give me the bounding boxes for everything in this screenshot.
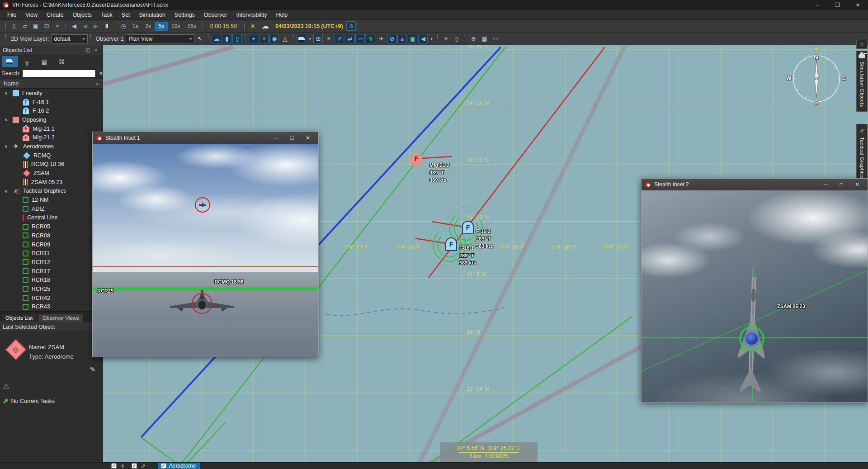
snap-grid-icon[interactable]: ▦: [479, 34, 489, 44]
view-layer-select[interactable]: default ▾: [52, 34, 88, 43]
expand-chevron-icon[interactable]: ∨: [5, 90, 12, 95]
menu-set[interactable]: Set: [117, 10, 135, 19]
checkbox-icon[interactable]: ✓: [111, 463, 117, 469]
pause-icon[interactable]: Ⅱ: [102, 21, 112, 31]
stealth-inset-2-titlebar[interactable]: Stealth Inset 2 ─ □ ✕: [642, 179, 868, 190]
entity-dropdown-icon[interactable]: ▾: [307, 34, 312, 44]
battery-detail-icon[interactable]: ▯: [232, 34, 242, 43]
environment-panel-icon[interactable]: ☃: [346, 21, 356, 31]
tree-item-rcr18[interactable]: RCR18: [0, 275, 103, 284]
tree-item-mig-21-2[interactable]: FMig-21 2: [0, 133, 103, 142]
tree-item-aerodromes[interactable]: ∨✈Aerodromes: [0, 142, 103, 151]
side-tab-tactical-graphics[interactable]: ⇗Tactical Graphics: [856, 124, 868, 183]
tab-observer-views[interactable]: Observer Views: [38, 313, 84, 322]
menu-help[interactable]: Help: [271, 10, 292, 19]
tree-item-central-line[interactable]: Central Line: [0, 213, 103, 223]
layer-toggle-aerodrome[interactable]: ✓ Aerodrome: [158, 463, 200, 469]
minimize-button[interactable]: ─: [818, 180, 833, 189]
stealth-view-1[interactable]: RCR25 RCMQ 18 36: [93, 144, 318, 357]
maximize-button[interactable]: □: [834, 180, 849, 189]
checkbox-icon[interactable]: ✓: [161, 463, 166, 469]
create-volume-icon[interactable]: ▲: [397, 34, 407, 43]
new-scenario-icon[interactable]: ▯: [9, 21, 19, 31]
minimize-button[interactable]: ─: [269, 133, 283, 142]
tree-item-tactical-graphics[interactable]: ∨⇗Tactical Graphics: [0, 187, 103, 196]
side-tab-simulation-objects[interactable]: Simulation Objects: [856, 51, 868, 112]
maximize-button[interactable]: □: [285, 133, 299, 142]
menu-create[interactable]: Create: [42, 10, 68, 19]
create-line-icon[interactable]: ↯: [366, 34, 375, 43]
menu-task[interactable]: Task: [96, 10, 117, 19]
comment-icon[interactable]: ▭: [490, 34, 500, 44]
controllers-view-icon[interactable]: ╥: [19, 56, 35, 67]
menu-settings[interactable]: Settings: [170, 10, 199, 19]
create-aircraft-icon[interactable]: ✈: [376, 34, 386, 44]
stealth-view-2[interactable]: ZSAM 05 23: [642, 190, 868, 402]
tree-item-rcmq[interactable]: ◦RCMQ: [0, 151, 103, 160]
open-scenario-icon[interactable]: ▱: [20, 21, 30, 31]
close-button[interactable]: ✕: [301, 133, 315, 142]
menu-observer[interactable]: Observer: [199, 10, 231, 19]
close-button[interactable]: ✕: [848, 0, 868, 10]
maximize-button[interactable]: ❐: [827, 0, 848, 10]
tree-item-opposing[interactable]: ∨Opposing: [0, 115, 103, 124]
tree-item-mig-21-1[interactable]: FMig-21 1: [0, 124, 103, 133]
weather-cloud-icon[interactable]: ☁: [259, 21, 272, 31]
expand-chevron-icon[interactable]: ∨: [5, 117, 12, 122]
step-back-icon[interactable]: ◀: [80, 21, 90, 31]
track-icon-f-16-1[interactable]: F: [445, 237, 457, 251]
battery-status-icon[interactable]: ▮: [222, 34, 231, 43]
track-icon-f-16-2[interactable]: F: [462, 221, 474, 234]
tree-item-12-nm[interactable]: 12-NM: [0, 195, 103, 204]
tree-item-rcr11[interactable]: RCR11: [0, 249, 103, 258]
tree-item-rcr25[interactable]: RCR25: [0, 284, 103, 294]
menu-simulation[interactable]: Simulation: [134, 10, 170, 19]
tree-item-rcr09[interactable]: RCR09: [0, 240, 103, 249]
create-tactical-graphic-icon[interactable]: ⇗: [335, 34, 344, 43]
expand-chevron-icon[interactable]: ∨: [5, 144, 12, 149]
expand-chevron-icon[interactable]: ∨: [5, 189, 12, 194]
close-panel-icon[interactable]: ×: [92, 47, 100, 53]
snapshot-icon[interactable]: ⊡: [42, 21, 52, 31]
sun-icon[interactable]: ☀: [248, 21, 258, 31]
tree-item-rcr12[interactable]: RCR12: [0, 258, 103, 267]
detonation-effects-icon[interactable]: ✶: [441, 34, 451, 44]
tree-item-rcr42[interactable]: RCR42: [0, 294, 103, 303]
create-plan-icon[interactable]: ⇄: [345, 34, 354, 43]
tree-item-rcr08[interactable]: RCR08: [0, 231, 103, 240]
menu-objects[interactable]: Objects: [68, 10, 96, 19]
tree-item-zsam[interactable]: ◦ZSAM: [0, 169, 103, 178]
speed-5x[interactable]: 5x: [155, 22, 168, 31]
edit-pencil-icon[interactable]: ✎: [90, 365, 95, 374]
tree-item-rcmq-18-36[interactable]: RCMQ 18 36: [0, 160, 103, 169]
radar-icon[interactable]: ⌖: [249, 34, 258, 43]
popout-panel-icon[interactable]: ◱: [84, 47, 92, 53]
menu-view[interactable]: View: [21, 10, 42, 19]
tree-item-rcr05[interactable]: RCR05: [0, 222, 103, 231]
pick-observer-icon[interactable]: ↖: [195, 34, 205, 44]
tree-item-rcr17[interactable]: RCR17: [0, 267, 103, 276]
create-polygon-icon[interactable]: ▱: [355, 34, 365, 43]
flare-icon[interactable]: ✶: [259, 34, 269, 43]
tree-item-adiz[interactable]: ADIZ: [0, 204, 103, 213]
create-restricted-zone-icon[interactable]: ⊘: [387, 34, 396, 43]
hierarchy-view-icon[interactable]: ⌘: [53, 56, 70, 67]
environment-cloud-icon[interactable]: ☁: [212, 34, 221, 43]
tree-item-friendly[interactable]: ∨Friendly: [0, 89, 103, 98]
speed-2x[interactable]: 2x: [142, 22, 155, 31]
tab-objects-list[interactable]: Objects List: [1, 313, 37, 322]
entities-view-icon[interactable]: [2, 56, 18, 67]
rewind-icon[interactable]: ◀: [69, 21, 79, 31]
observer-view-select[interactable]: Plan View ▾: [126, 34, 194, 43]
search-input[interactable]: [22, 70, 96, 77]
stealth-inset-2-window[interactable]: Stealth Inset 2 ─ □ ✕ ZSAM 05 23: [641, 178, 868, 403]
sound-dropdown-icon[interactable]: ▾: [429, 34, 434, 44]
tree-item-zsam-05-23[interactable]: ZSAM 05 23: [0, 178, 103, 187]
name-column-header[interactable]: Name ▲: [0, 79, 103, 89]
stealth-inset-1-titlebar[interactable]: Stealth Inset 1 ─ □ ✕: [93, 132, 318, 144]
overlays-view-icon[interactable]: ▤: [36, 56, 52, 67]
create-detonation-icon[interactable]: ✶: [324, 34, 334, 44]
stealth-inset-1-window[interactable]: Stealth Inset 1 ─ □ ✕ RCR25 RCMQ 18 36: [92, 132, 319, 357]
tree-item-rcr43[interactable]: RCR43: [0, 303, 103, 312]
close-scenario-icon[interactable]: ×: [52, 21, 62, 31]
